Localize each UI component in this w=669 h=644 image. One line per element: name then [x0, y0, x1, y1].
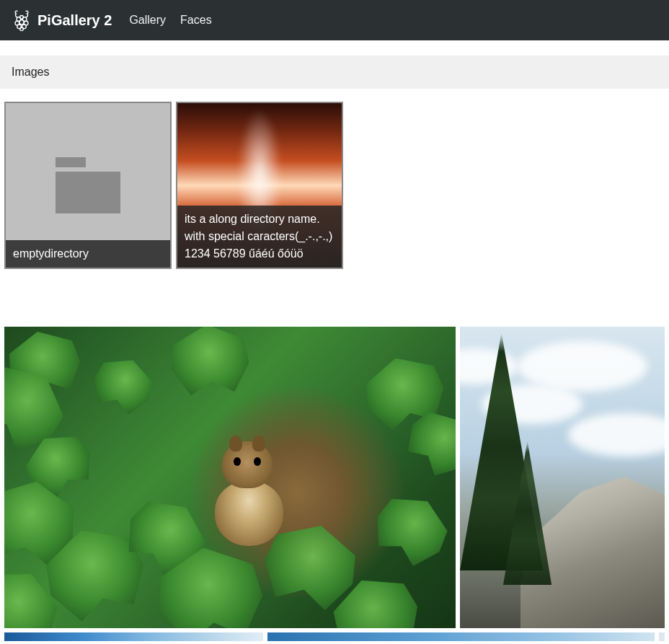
photo-grid — [0, 269, 669, 632]
photo-grid-row-2 — [0, 632, 669, 644]
breadcrumb: Images — [0, 56, 669, 89]
svg-point-5 — [19, 20, 24, 25]
photo-thumbnail[interactable] — [460, 327, 665, 628]
photo-thumbnail[interactable] — [4, 327, 456, 628]
svg-point-8 — [20, 27, 24, 31]
photo-thumbnail[interactable] — [659, 632, 665, 641]
navbar: PiGallery 2 Gallery Faces — [0, 0, 669, 40]
directory-label: emptydirectory — [6, 240, 170, 268]
directory-tile[interactable]: emptydirectory — [4, 102, 172, 269]
brand-link[interactable]: PiGallery 2 — [12, 9, 112, 31]
nav-links: Gallery Faces — [129, 14, 211, 27]
brand-title: PiGallery 2 — [37, 12, 112, 29]
folder-icon — [56, 157, 120, 213]
directory-tile[interactable]: its a along directory name. with special… — [176, 102, 343, 269]
raspberry-logo-icon — [12, 9, 32, 31]
top-spacer — [0, 40, 669, 56]
nav-gallery[interactable]: Gallery — [129, 14, 166, 27]
svg-point-2 — [20, 15, 24, 19]
nav-faces[interactable]: Faces — [180, 14, 212, 27]
directory-label: its a along directory name. with special… — [177, 206, 342, 268]
squirrel-shape — [208, 441, 294, 550]
directory-grid: emptydirectory its a along directory nam… — [0, 89, 669, 269]
photo-thumbnail[interactable] — [4, 632, 263, 641]
breadcrumb-label[interactable]: Images — [12, 66, 49, 78]
photo-thumbnail[interactable] — [267, 632, 655, 641]
